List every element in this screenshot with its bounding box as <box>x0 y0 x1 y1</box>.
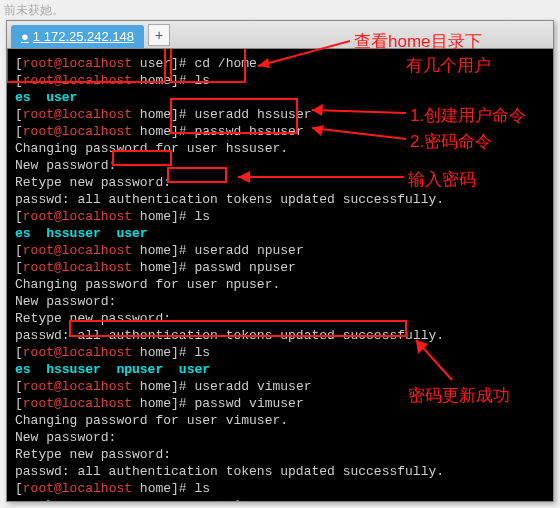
annotation-1-line2: 有几个用户 <box>406 54 491 77</box>
line-16: Retype new password: <box>15 310 545 327</box>
line-18: [root@localhost home]# ls <box>15 344 545 361</box>
ls-output-2: es hssuser user <box>15 225 545 242</box>
line-13: [root@localhost home]# passwd npuser <box>15 259 545 276</box>
new-tab-button[interactable]: + <box>148 24 170 46</box>
ls-output-3: es hssuser npuser user <box>15 361 545 378</box>
terminal-window: ● 1 172.25.242.148 + [root@localhost use… <box>6 20 554 502</box>
line-23: New password: <box>15 429 545 446</box>
tab-active[interactable]: ● 1 172.25.242.148 <box>11 25 144 48</box>
line-22: Changing password for user vimuser. <box>15 412 545 429</box>
line-26: [root@localhost home]# ls <box>15 480 545 497</box>
line-17: passwd: all authentication tokens update… <box>15 327 545 344</box>
external-text: 前未获她。 <box>4 2 64 19</box>
line-24: Retype new password: <box>15 446 545 463</box>
tab-dot-icon: ● <box>21 29 29 44</box>
annotation-4: 输入密码 <box>408 168 476 191</box>
annotation-2: 1.创建用户命令 <box>410 104 526 127</box>
line-10: [root@localhost home]# ls <box>15 208 545 225</box>
line-25: passwd: all authentication tokens update… <box>15 463 545 480</box>
annotation-3: 2.密码命令 <box>410 130 492 153</box>
line-15: New password: <box>15 293 545 310</box>
ls-output-4: es hssuser npuser user vimuser <box>15 497 545 501</box>
line-14: Changing password for user npuser. <box>15 276 545 293</box>
tab-title: 1 172.25.242.148 <box>33 29 134 44</box>
line-12: [root@localhost home]# useradd npuser <box>15 242 545 259</box>
line-9: passwd: all authentication tokens update… <box>15 191 545 208</box>
annotation-5: 密码更新成功 <box>408 384 510 407</box>
annotation-1-line1: 查看home目录下 <box>354 30 482 53</box>
